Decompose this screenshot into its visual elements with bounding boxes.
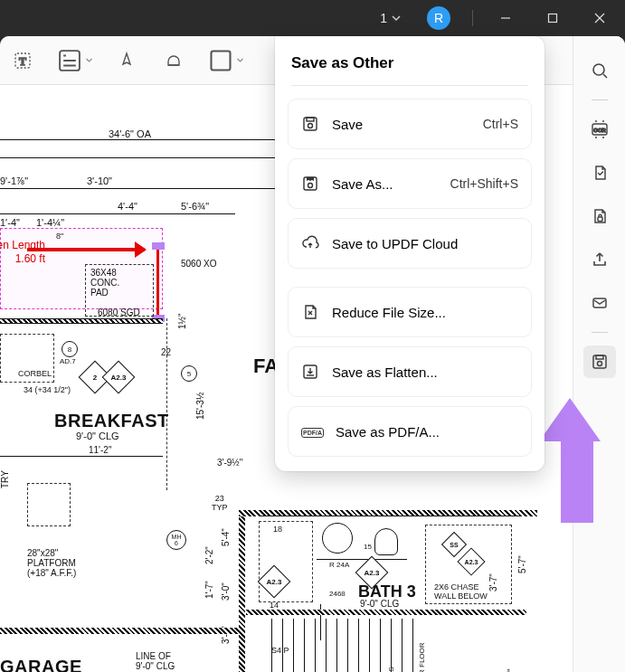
divider: [592, 332, 608, 333]
dim-label: 8": [56, 232, 63, 241]
pencil-tool[interactable]: [113, 47, 140, 74]
save-icon: [301, 115, 319, 133]
measure-handle[interactable]: [152, 242, 165, 250]
red-arrow: [27, 248, 145, 251]
svg-text:OCR: OCR: [593, 128, 606, 133]
try-label: TRY: [0, 470, 10, 488]
divider: [472, 10, 473, 26]
dim-label: 2'-2": [204, 546, 214, 564]
save-as-icon: [301, 175, 319, 193]
chevron-down-icon: [85, 56, 93, 64]
r24a-label: R 24A: [329, 561, 349, 569]
save-label: Save: [332, 117, 470, 132]
save-as-label: Save As...: [332, 176, 438, 192]
xo-label: 5060 XO: [181, 259, 216, 269]
dim-22: 22: [161, 347, 171, 357]
svg-rect-16: [598, 217, 602, 222]
reduce-label: Reduce File Size...: [332, 305, 518, 320]
popup-title: Save as Other: [291, 54, 528, 72]
risers-label: 17 RISERS: [387, 667, 395, 672]
maximize-button[interactable]: [533, 0, 573, 36]
reduce-size-item[interactable]: Reduce File Size...: [288, 287, 532, 337]
cloud-up-icon: [301, 234, 319, 252]
red-bar: [156, 246, 159, 318]
chevron-down-icon: [236, 56, 244, 64]
dim-label: 5'-6¾": [181, 201, 209, 212]
text-block-tool[interactable]: [56, 47, 93, 74]
dim-label: 1'-4¼": [36, 217, 64, 228]
mh-callout: MH 6: [166, 530, 186, 550]
flatten-icon: [301, 363, 319, 381]
dim-label: 11'-2": [89, 445, 111, 455]
svg-point-12: [593, 64, 604, 75]
dim-14: 14: [270, 601, 279, 610]
crop-page-icon[interactable]: [583, 156, 616, 189]
dim-label: 3'-10": [87, 175, 112, 186]
save-item[interactable]: Save Ctrl+S: [288, 99, 532, 149]
dim-label: 4'-4": [118, 201, 137, 212]
pad-label: 36X48 CONC. PAD: [90, 268, 119, 298]
toilet-fixture: [374, 528, 398, 555]
divider: [291, 85, 528, 86]
upper-floor-label: SEE UPPER FLOOR: [418, 642, 426, 672]
pdfa-item[interactable]: PDF/A Save as PDF/A...: [288, 406, 532, 457]
dim-5-7: 5'-7": [517, 555, 527, 573]
page-number: 1: [380, 11, 387, 25]
share-icon[interactable]: [583, 243, 616, 276]
save-other-icon[interactable]: [583, 345, 616, 378]
close-button[interactable]: [580, 0, 620, 36]
measure-label: en Length 1.60 ft: [0, 239, 51, 266]
svg-point-25: [308, 184, 313, 188]
flatten-label: Save as Flatten...: [332, 364, 518, 380]
svg-rect-11: [212, 51, 231, 70]
dim-label: 9'-1⅞": [0, 175, 28, 186]
ocr-icon[interactable]: OCR: [583, 113, 616, 146]
bath3-clg: 9'-0" CLG: [360, 599, 399, 609]
shape-tool[interactable]: [207, 47, 244, 74]
breakfast-label: BREAKFAST: [54, 411, 169, 431]
dim-label: 15'-3½: [195, 393, 205, 420]
dim-label: 1'-4": [0, 217, 20, 228]
save-as-other-panel: Save as Other Save Ctrl+S Save As... Ctr…: [275, 36, 545, 471]
dim-label: 34 (+34 1/2"): [24, 385, 71, 394]
s4p-label: S4 P: [271, 646, 289, 655]
save-cloud-item[interactable]: Save to UPDF Cloud: [288, 218, 532, 269]
dim-15r: 15: [364, 543, 372, 551]
dim-label: 5'-4": [221, 528, 231, 546]
callout-label: AD.7: [60, 357, 76, 365]
pdfa-label: Save as PDF/A...: [336, 424, 518, 440]
svg-rect-23: [307, 118, 314, 121]
svg-rect-20: [596, 355, 603, 359]
eraser-tool[interactable]: [160, 47, 187, 74]
callout-circle: 8: [62, 341, 78, 357]
dim-label: 1'-7": [204, 581, 214, 599]
breakfast-clg: 9'-0" CLG: [76, 431, 119, 441]
dim-label: 34'-6" OA: [109, 128, 151, 139]
line-of-label: LINE OF 9'-0" CLG: [136, 651, 175, 671]
minimize-button[interactable]: [486, 0, 526, 36]
search-icon[interactable]: [583, 54, 616, 87]
save-shortcut: Ctrl+S: [483, 117, 518, 131]
dim-2468: 2468: [329, 590, 346, 598]
flatten-item[interactable]: Save as Flatten...: [288, 346, 532, 397]
text-tool[interactable]: T: [9, 47, 36, 74]
save-cloud-label: Save to UPDF Cloud: [332, 236, 518, 251]
dim-label: 1½": [177, 314, 187, 329]
save-as-item[interactable]: Save As... Ctrl+Shift+S: [288, 158, 532, 209]
pointer-arrow: [554, 398, 601, 523]
svg-rect-1: [549, 14, 557, 23]
svg-text:T: T: [19, 55, 26, 68]
sink-fixture: [322, 523, 353, 554]
avatar[interactable]: R: [427, 6, 450, 30]
save-as-shortcut: Ctrl+Shift+S: [450, 176, 518, 191]
platform-label: 28"x28" PLATFORM (+18" A.F.F.): [27, 548, 76, 578]
mail-icon[interactable]: [583, 287, 616, 319]
callout-circle: 5: [181, 365, 197, 382]
chevron-down-icon[interactable]: [391, 13, 402, 24]
lock-page-icon[interactable]: [583, 200, 616, 232]
corbel-label: CORBEL: [18, 369, 52, 378]
stairs: [271, 619, 416, 672]
svg-rect-17: [593, 298, 606, 308]
svg-point-22: [308, 124, 313, 128]
typ-label: 23 TYP: [212, 494, 228, 512]
